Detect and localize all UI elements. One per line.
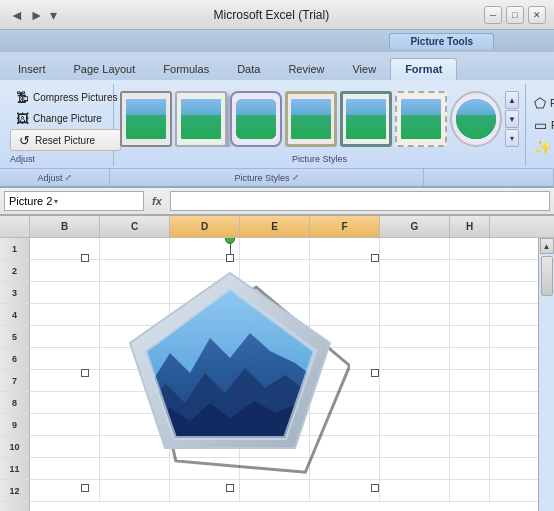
col-H[interactable]: H — [450, 216, 490, 237]
style-thumb-5[interactable] — [340, 91, 392, 147]
handle-tl[interactable] — [81, 254, 89, 262]
picture-object[interactable] — [85, 258, 375, 488]
row-3[interactable]: 3 — [0, 282, 29, 304]
change-picture-icon: 🖼 — [14, 110, 30, 126]
col-E[interactable]: E — [240, 216, 310, 237]
tab-formulas[interactable]: Formulas — [149, 59, 223, 80]
adjust-label: Adjust — [10, 152, 35, 164]
reset-picture-btn[interactable]: ↺ Reset Picture — [10, 129, 121, 151]
tab-format[interactable]: Format — [390, 58, 457, 80]
row-4[interactable]: 4 — [0, 304, 29, 326]
row-8[interactable]: 8 — [0, 392, 29, 414]
scroll-track — [540, 298, 554, 511]
vertical-scrollbar: ▲ ▼ — [538, 238, 554, 511]
col-B[interactable]: B — [30, 216, 100, 237]
shape-icon: ⬠ — [534, 95, 546, 111]
style-thumb-3[interactable] — [230, 91, 282, 147]
grid-row — [30, 238, 554, 260]
scroll-more-btn[interactable]: ▾ — [505, 129, 519, 147]
app-title: Microsoft Excel (Trial) — [59, 8, 484, 22]
compress-icon: 🗜 — [14, 89, 30, 105]
formula-bar: Picture 2 ▾ fx — [0, 188, 554, 216]
picture-tools-row: Picture Tools — [0, 30, 554, 52]
style-thumb-7[interactable] — [450, 91, 502, 147]
ribbon-labels: Adjust ⤢ Picture Styles ⤢ — [0, 168, 554, 186]
reset-icon: ↺ — [16, 132, 32, 148]
tab-view[interactable]: View — [338, 59, 390, 80]
picture-border-btn[interactable]: ▭ Picture Border ▾ — [530, 115, 554, 135]
adjust-buttons: 🗜 Compress Pictures 🖼 Change Picture ↺ R… — [10, 86, 121, 152]
handle-bl[interactable] — [81, 484, 89, 492]
col-D[interactable]: D — [170, 216, 240, 237]
grid-area[interactable]: ▲ ▼ — [30, 238, 554, 511]
restore-btn[interactable]: □ — [506, 6, 524, 24]
picture-shape-btn[interactable]: ⬠ Picture Shape ▾ — [530, 93, 554, 113]
row-6[interactable]: 6 — [0, 348, 29, 370]
styles-thumbnails — [120, 91, 502, 147]
row-2[interactable]: 2 — [0, 260, 29, 282]
tab-data[interactable]: Data — [223, 59, 274, 80]
options-label-bar — [424, 169, 554, 186]
spreadsheet: B C D E F G H 1 2 3 4 5 6 7 8 9 10 11 12 — [0, 216, 554, 511]
picture-styles-label: Picture Styles — [120, 154, 519, 164]
style-thumb-6[interactable] — [395, 91, 447, 147]
row-12[interactable]: 12 — [0, 480, 29, 502]
styles-expand-btn[interactable]: ⤢ — [292, 173, 299, 182]
close-btn[interactable]: ✕ — [528, 6, 546, 24]
style-thumb-4[interactable] — [285, 91, 337, 147]
handle-tr[interactable] — [371, 254, 379, 262]
handle-br[interactable] — [371, 484, 379, 492]
formula-input[interactable] — [170, 191, 550, 211]
scroll-up-btn[interactable]: ▲ — [505, 91, 519, 109]
picture-options-group: ⬠ Picture Shape ▾ ▭ Picture Border ▾ ✨ P… — [525, 84, 554, 166]
adjust-group: 🗜 Compress Pictures 🖼 Change Picture ↺ R… — [4, 84, 114, 166]
row-9[interactable]: 9 — [0, 414, 29, 436]
adjust-label-bar: Adjust ⤢ — [0, 169, 110, 186]
picture-effects-btn[interactable]: ✨ Picture Effects ▾ — [530, 137, 554, 157]
tab-page-layout[interactable]: Page Layout — [60, 59, 150, 80]
col-F[interactable]: F — [310, 216, 380, 237]
corner-cell — [0, 216, 30, 237]
col-G[interactable]: G — [380, 216, 450, 237]
forward-btn[interactable]: ► — [28, 7, 46, 23]
scroll-up-btn[interactable]: ▲ — [540, 238, 554, 254]
handle-ml[interactable] — [81, 369, 89, 377]
row-headers: 1 2 3 4 5 6 7 8 9 10 11 12 — [0, 238, 30, 511]
name-box-arrow[interactable]: ▾ — [54, 197, 58, 206]
col-C[interactable]: C — [100, 216, 170, 237]
back-btn[interactable]: ◄ — [8, 7, 26, 23]
minimize-btn[interactable]: ─ — [484, 6, 502, 24]
scroll-down-btn[interactable]: ▼ — [505, 110, 519, 128]
row-1[interactable]: 1 — [0, 238, 29, 260]
compress-pictures-btn[interactable]: 🗜 Compress Pictures — [10, 87, 121, 107]
scroll-thumb[interactable] — [541, 256, 553, 296]
row-10[interactable]: 10 — [0, 436, 29, 458]
title-bar-left: ◄ ► ▾ — [8, 7, 59, 23]
picture-styles-label-bar: Picture Styles ⤢ — [110, 169, 424, 186]
col-headers: B C D E F G H — [0, 216, 554, 238]
change-picture-btn[interactable]: 🖼 Change Picture — [10, 108, 121, 128]
handle-mr[interactable] — [371, 369, 379, 377]
row-5[interactable]: 5 — [0, 326, 29, 348]
row-11[interactable]: 11 — [0, 458, 29, 480]
style-thumb-1[interactable] — [120, 91, 172, 147]
style-thumb-2[interactable] — [175, 91, 227, 147]
tab-review[interactable]: Review — [274, 59, 338, 80]
dropdown-btn[interactable]: ▾ — [48, 7, 59, 23]
tab-row: Insert Page Layout Formulas Data Review … — [0, 52, 554, 80]
tab-insert[interactable]: Insert — [4, 59, 60, 80]
ribbon: Picture Tools Insert Page Layout Formula… — [0, 30, 554, 188]
pentagon-picture — [85, 258, 375, 488]
handle-tm[interactable] — [226, 254, 234, 262]
ribbon-content: 🗜 Compress Pictures 🖼 Change Picture ↺ R… — [0, 80, 554, 168]
fx-button[interactable]: fx — [148, 195, 166, 207]
window-controls: ─ □ ✕ — [484, 6, 546, 24]
handle-bm[interactable] — [226, 484, 234, 492]
quick-access-toolbar: ◄ ► ▾ — [8, 7, 59, 23]
name-box[interactable]: Picture 2 ▾ — [4, 191, 144, 211]
border-icon: ▭ — [534, 117, 547, 133]
picture-styles-content: ▲ ▼ ▾ — [120, 86, 519, 152]
picture-styles-group: ▲ ▼ ▾ Picture Styles — [116, 84, 523, 166]
adjust-expand-btn[interactable]: ⤢ — [65, 173, 72, 182]
row-7[interactable]: 7 — [0, 370, 29, 392]
